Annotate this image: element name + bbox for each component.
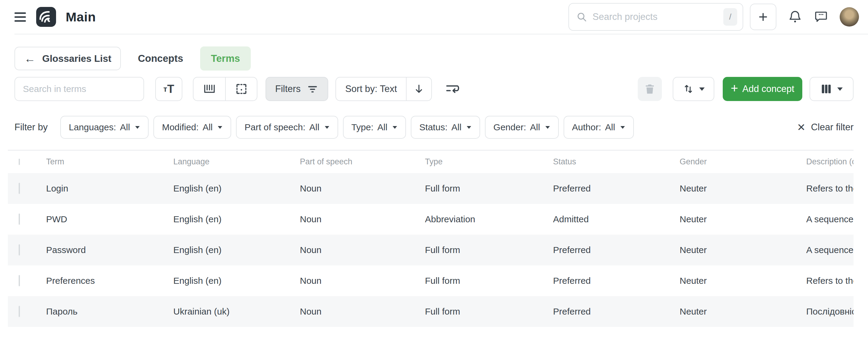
cell-type: Abbreviation (425, 214, 553, 224)
chevron-down-icon (218, 126, 222, 129)
shortcut-slash-badge: / (723, 8, 737, 26)
wrap-text-button[interactable] (443, 78, 461, 101)
sort-group: Sort by: Text (336, 77, 432, 101)
column-header-description: Description (c (806, 157, 854, 167)
whole-phrase-button[interactable] (193, 78, 225, 101)
cell-status: Admitted (553, 214, 680, 224)
back-button-label: Glossaries List (42, 53, 111, 64)
back-to-glossaries-button[interactable]: ← Glossaries List (14, 47, 121, 70)
search-mode-group (193, 77, 257, 101)
table-row[interactable]: Пароль Ukrainian (uk) Noun Full form Pre… (8, 296, 854, 327)
chat-icon (814, 10, 828, 24)
cell-language: English (en) (173, 245, 300, 255)
filter-languages[interactable]: Languages: All (60, 116, 149, 139)
filter-by-label: Filter by (14, 122, 48, 133)
cell-status: Preferred (553, 183, 680, 194)
delete-button[interactable] (638, 77, 662, 101)
clear-filter-button[interactable]: ✕ Clear filter (797, 122, 854, 133)
row-checkbox[interactable] (19, 244, 20, 255)
exact-match-button[interactable] (225, 78, 257, 101)
cell-gender: Neuter (680, 276, 806, 286)
cell-description: Refers to the (806, 183, 854, 194)
project-search[interactable]: / (568, 3, 743, 31)
cell-description: Refers to the (806, 276, 854, 286)
trash-icon (644, 83, 656, 95)
terms-search[interactable] (14, 77, 144, 101)
plus-icon: + (758, 8, 768, 26)
tab-concepts[interactable]: Concepts (138, 47, 183, 70)
top-bar: Main / + (0, 0, 868, 34)
cell-type: Full form (425, 306, 553, 317)
table-row[interactable]: PWD English (en) Noun Abbreviation Admit… (8, 204, 854, 235)
cell-language: English (en) (173, 183, 300, 194)
columns-settings-button[interactable] (809, 77, 854, 101)
column-header-part-of-speech: Part of speech (300, 157, 425, 167)
columns-icon (820, 83, 832, 95)
arrow-down-icon (413, 83, 425, 95)
hamburger-menu-icon[interactable] (14, 12, 26, 22)
terms-search-input[interactable] (23, 84, 135, 94)
cell-status: Preferred (553, 245, 680, 255)
match-case-icon: т (163, 84, 167, 94)
glossary-nav: ← Glossaries List Concepts Terms (0, 47, 868, 70)
cell-term: PWD (46, 214, 173, 224)
bell-icon (788, 10, 802, 24)
chevron-down-icon (135, 126, 140, 129)
filter-gender[interactable]: Gender: All (485, 116, 559, 139)
tab-terms[interactable]: Terms (200, 47, 251, 70)
cell-term: Preferences (46, 276, 173, 286)
table-row[interactable]: Preferences English (en) Noun Full form … (8, 265, 854, 296)
cell-gender: Neuter (680, 214, 806, 224)
row-checkbox[interactable] (19, 183, 20, 194)
column-header-gender: Gender (680, 157, 806, 167)
filter-modified[interactable]: Modified: All (153, 116, 231, 139)
add-concept-button[interactable]: + Add concept (723, 77, 802, 101)
cell-part-of-speech: Noun (300, 245, 425, 255)
cell-type: Full form (425, 183, 553, 194)
import-export-button[interactable] (673, 77, 714, 101)
cell-status: Preferred (553, 306, 680, 317)
cell-type: Full form (425, 276, 553, 286)
sort-direction-button[interactable] (406, 78, 431, 101)
close-icon: ✕ (797, 122, 806, 133)
notifications-button[interactable] (788, 10, 802, 24)
column-header-language: Language (173, 157, 300, 167)
project-search-input[interactable] (592, 11, 723, 22)
user-avatar[interactable] (840, 7, 859, 27)
barcode-icon (203, 83, 216, 95)
filters-button[interactable]: Filters (266, 77, 328, 101)
create-project-button[interactable]: + (750, 4, 776, 30)
cell-language: Ukrainian (uk) (173, 306, 300, 317)
arrows-up-down-icon (682, 83, 694, 95)
filter-type[interactable]: Type: All (343, 116, 406, 139)
row-checkbox[interactable] (19, 213, 20, 225)
chevron-down-icon (699, 87, 705, 91)
filter-status[interactable]: Status: All (411, 116, 480, 139)
row-checkbox[interactable] (19, 306, 20, 317)
filter-lines-icon (307, 83, 318, 95)
filter-author[interactable]: Author: All (564, 116, 634, 139)
crowdin-logo-icon[interactable] (36, 7, 56, 27)
cell-type: Full form (425, 245, 553, 255)
header-divider (14, 34, 868, 34)
select-all-checkbox[interactable] (19, 159, 20, 165)
column-header-term: Term (46, 157, 173, 167)
filter-part-of-speech[interactable]: Part of speech: All (236, 116, 338, 139)
clear-filter-label: Clear filter (811, 122, 854, 133)
chevron-down-icon (545, 126, 550, 129)
search-icon (576, 11, 587, 22)
add-concept-label: Add concept (742, 84, 794, 94)
table-row[interactable]: Password English (en) Noun Full form Pre… (8, 235, 854, 265)
cell-part-of-speech: Noun (300, 214, 425, 224)
table-header-row: Term Language Part of speech Type Status… (8, 150, 854, 173)
cell-term: Password (46, 245, 173, 255)
column-header-type: Type (425, 157, 553, 167)
messages-button[interactable] (814, 10, 828, 24)
terms-toolbar: тT Filters Sort by: Text (0, 77, 868, 101)
cell-description: A sequence o (806, 245, 854, 255)
sort-by-button[interactable]: Sort by: Text (336, 78, 406, 101)
row-checkbox[interactable] (19, 275, 20, 286)
match-case-button[interactable]: тT (155, 77, 182, 101)
table-row[interactable]: Login English (en) Noun Full form Prefer… (8, 173, 854, 204)
crosshair-frame-icon (235, 82, 248, 95)
